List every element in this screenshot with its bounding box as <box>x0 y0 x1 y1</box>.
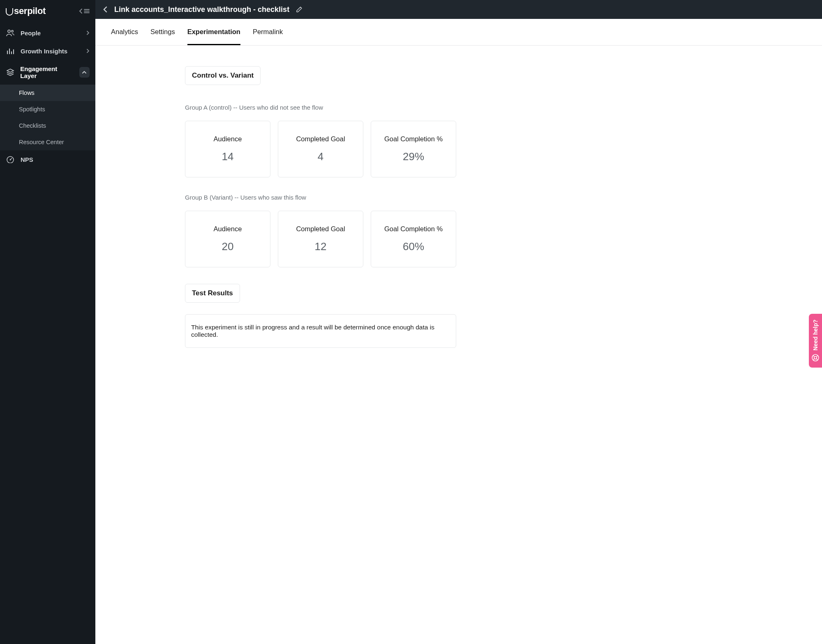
edit-title-button[interactable] <box>296 6 302 13</box>
layers-icon <box>6 69 14 76</box>
group-a-metrics: Audience 14 Completed Goal 4 Goal Comple… <box>185 121 456 177</box>
tab-settings[interactable]: Settings <box>150 19 175 45</box>
metric-value: 14 <box>189 150 266 163</box>
chevron-right-icon <box>86 30 90 35</box>
svg-point-5 <box>814 356 817 359</box>
need-help-button[interactable]: Need help? <box>809 314 822 368</box>
metric-completed-a: Completed Goal 4 <box>278 121 363 177</box>
sidebar-item-people[interactable]: People <box>0 24 95 42</box>
page-title: Link accounts_Interactive walkthrough - … <box>114 5 289 14</box>
menu-icon <box>84 8 90 14</box>
topbar: Link accounts_Interactive walkthrough - … <box>95 0 822 19</box>
metric-audience-b: Audience 20 <box>185 211 270 267</box>
tab-permalink[interactable]: Permalink <box>253 19 283 45</box>
sidebar-collapse-button[interactable] <box>79 8 90 14</box>
pencil-icon <box>296 6 302 13</box>
chevron-up-icon <box>79 67 90 78</box>
sidebar-item-growth-insights[interactable]: Growth Insights <box>0 42 95 60</box>
main: Link accounts_Interactive walkthrough - … <box>95 0 822 644</box>
metric-rate-b: Goal Completion % 60% <box>371 211 456 267</box>
sidebar-item-label: NPS <box>21 156 33 163</box>
back-button[interactable] <box>103 6 108 13</box>
sidebar-item-label: Growth Insights <box>21 48 67 55</box>
group-a-description: Group A (control) -- Users who did not s… <box>185 104 456 111</box>
sidebar-item-label: People <box>21 30 41 37</box>
metric-value: 29% <box>375 150 452 163</box>
metric-value: 60% <box>375 240 452 253</box>
metric-audience-a: Audience 14 <box>185 121 270 177</box>
chevron-left-icon <box>103 6 108 13</box>
svg-point-1 <box>12 30 13 32</box>
lifebuoy-icon <box>811 354 820 362</box>
sidebar-subitem-resource-center[interactable]: Resource Center <box>0 134 95 150</box>
metric-rate-a: Goal Completion % 29% <box>371 121 456 177</box>
group-b-metrics: Audience 20 Completed Goal 12 Goal Compl… <box>185 211 456 267</box>
test-result-message: This experiment is still in progress and… <box>185 314 456 348</box>
sidebar-header: serpilot <box>0 0 95 24</box>
chevron-left-icon <box>79 8 83 14</box>
bars-icon <box>6 47 15 55</box>
sidebar-item-engagement-layer[interactable]: Engagement Layer <box>0 60 95 85</box>
engagement-submenu: Flows Spotlights Checklists Resource Cen… <box>0 85 95 150</box>
metric-label: Goal Completion % <box>375 135 452 143</box>
brand-logo: serpilot <box>6 6 46 16</box>
svg-point-3 <box>10 159 11 161</box>
metric-value: 12 <box>282 240 359 253</box>
metric-label: Audience <box>189 225 266 233</box>
section-control-vs-variant: Control vs. Variant <box>185 66 261 85</box>
logo-u-icon <box>6 8 13 16</box>
sidebar: serpilot People Growth Insights Engageme… <box>0 0 95 644</box>
tabs: Analytics Settings Experimentation Perma… <box>95 19 822 46</box>
metric-value: 20 <box>189 240 266 253</box>
sidebar-subitem-flows[interactable]: Flows <box>0 85 95 101</box>
sidebar-item-label: Engagement Layer <box>20 65 74 79</box>
chevron-right-icon <box>86 48 90 53</box>
tab-experimentation[interactable]: Experimentation <box>187 19 240 45</box>
need-help-label: Need help? <box>812 320 819 350</box>
tab-analytics[interactable]: Analytics <box>111 19 138 45</box>
svg-point-0 <box>8 30 10 32</box>
metric-label: Completed Goal <box>282 135 359 143</box>
sidebar-subitem-checklists[interactable]: Checklists <box>0 117 95 134</box>
metric-label: Completed Goal <box>282 225 359 233</box>
metric-completed-b: Completed Goal 12 <box>278 211 363 267</box>
metric-label: Goal Completion % <box>375 225 452 233</box>
content: Control vs. Variant Group A (control) --… <box>95 46 822 644</box>
metric-label: Audience <box>189 135 266 143</box>
section-test-results: Test Results <box>185 284 240 303</box>
sidebar-item-nps[interactable]: NPS <box>0 150 95 168</box>
people-icon <box>6 29 15 37</box>
brand-name: serpilot <box>14 6 46 16</box>
gauge-icon <box>6 156 15 163</box>
sidebar-subitem-spotlights[interactable]: Spotlights <box>0 101 95 117</box>
metric-value: 4 <box>282 150 359 163</box>
group-b-description: Group B (Variant) -- Users who saw this … <box>185 194 456 201</box>
